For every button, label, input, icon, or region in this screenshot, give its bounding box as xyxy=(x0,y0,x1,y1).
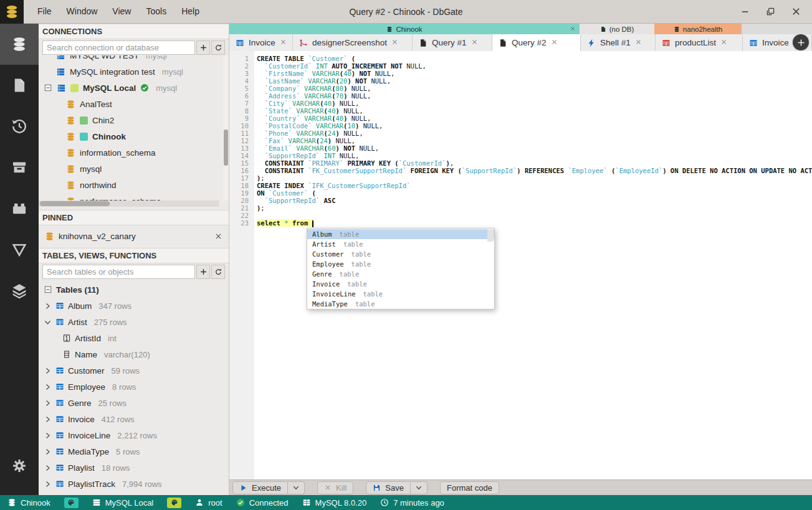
database-icon xyxy=(66,116,75,125)
close-tab-button[interactable] xyxy=(720,38,727,47)
connection-name: mysql xyxy=(80,164,102,174)
table-album[interactable]: Album347 rows xyxy=(39,298,229,314)
close-tab-button[interactable] xyxy=(280,38,287,47)
autocomplete-item-mediatype[interactable]: MediaTypetable xyxy=(307,299,494,309)
connection-analtest[interactable]: AnalTest xyxy=(39,96,229,112)
new-tab-button[interactable] xyxy=(793,34,809,50)
tab-productlist[interactable]: productList xyxy=(656,34,743,51)
tab-invoice[interactable]: Invoice xyxy=(229,34,293,51)
table-playlisttrack[interactable]: PlaylistTrack7,994 rows xyxy=(39,476,229,492)
execute-button-group: Execute xyxy=(232,481,305,494)
suggestion-name: MediaType xyxy=(312,300,348,308)
table-employee[interactable]: Employee8 rows xyxy=(39,379,229,395)
close-tab-button[interactable] xyxy=(551,38,558,47)
table-invoice[interactable]: Invoice412 rows xyxy=(39,411,229,427)
close-tab-button[interactable] xyxy=(635,38,642,47)
server-icon xyxy=(56,67,65,77)
connection-mysql[interactable]: mysql xyxy=(39,161,229,177)
connection-chin2[interactable]: Chin2 xyxy=(39,112,229,128)
tab-designerscreenshot[interactable]: designerScreenshot xyxy=(293,34,413,51)
save-dropdown-button[interactable] xyxy=(411,481,427,494)
refresh-connections-button[interactable] xyxy=(211,40,225,55)
column-type: int xyxy=(108,334,117,343)
maximize-button[interactable] xyxy=(766,7,775,16)
activity-history[interactable] xyxy=(0,106,39,147)
statusbar-version: MySQL 8.0.20 xyxy=(302,498,367,508)
autocomplete-item-customer[interactable]: Customertable xyxy=(307,249,494,259)
add-connection-button[interactable] xyxy=(196,40,210,55)
menu-window[interactable]: Window xyxy=(59,0,105,23)
refresh-objects-button[interactable] xyxy=(211,265,225,279)
autocomplete-item-invoice[interactable]: Invoicetable xyxy=(307,279,494,289)
activity-settings[interactable] xyxy=(0,445,39,486)
column-artistid[interactable]: ArtistIdint xyxy=(39,330,229,346)
database-icon xyxy=(66,148,75,158)
person-icon xyxy=(195,498,204,507)
execute-dropdown-button[interactable] xyxy=(288,481,305,494)
activity-file[interactable] xyxy=(0,65,39,106)
autocomplete-item-album[interactable]: Albumtable xyxy=(307,229,494,239)
close-button[interactable] xyxy=(791,7,801,16)
row-count: 2,212 rows xyxy=(117,431,157,440)
connections-search-input[interactable] xyxy=(42,40,195,55)
connection-northwind[interactable]: northwind xyxy=(39,177,229,193)
menu-view[interactable]: View xyxy=(105,0,138,23)
tab-shell-1[interactable]: Shell #1 xyxy=(581,34,656,51)
menu-tools[interactable]: Tools xyxy=(138,0,174,23)
close-tab-button[interactable] xyxy=(391,38,398,47)
kill-button[interactable]: Kill xyxy=(317,481,353,494)
table-customer[interactable]: Customer59 rows xyxy=(39,362,229,379)
autocomplete-item-invoiceline[interactable]: InvoiceLinetable xyxy=(307,289,494,299)
table-artist[interactable]: Artist275 rows xyxy=(39,314,229,330)
pinned-knihovna-v2-canary[interactable]: knihovna_v2_canary xyxy=(39,227,229,245)
app-logo[interactable] xyxy=(0,0,24,24)
format-code-button[interactable]: Format code xyxy=(440,481,499,494)
dbgate-app: FileWindowViewToolsHelp Query #2 - Chino… xyxy=(0,0,812,510)
autocomplete-item-genre[interactable]: Genretable xyxy=(307,269,494,279)
left-panel: CONNECTIONS MYSQL WD TESTmysqlMySQL inte… xyxy=(39,24,229,495)
close-icon xyxy=(635,39,642,45)
autocomplete-scrollbar[interactable] xyxy=(487,229,494,242)
save-button[interactable]: Save xyxy=(366,481,411,494)
connection-chinook[interactable]: Chinook xyxy=(39,128,229,144)
activity-layers[interactable] xyxy=(0,270,39,311)
minimize-button[interactable] xyxy=(740,7,750,16)
connection-information-schema[interactable]: information_schema xyxy=(39,144,229,161)
table-playlist[interactable]: Playlist18 rows xyxy=(39,460,229,476)
add-object-button[interactable] xyxy=(196,265,210,279)
autocomplete-item-artist[interactable]: Artisttable xyxy=(307,239,494,249)
execute-button[interactable]: Execute xyxy=(232,481,288,494)
connection-name: MySQL integration test xyxy=(70,67,155,77)
autocomplete-popup: AlbumtableArtisttableCustomertableEmploy… xyxy=(307,228,495,309)
row-count: 8 rows xyxy=(112,382,136,392)
column-name[interactable]: Namevarchar(120) xyxy=(39,346,229,362)
activity-plugins[interactable] xyxy=(0,188,39,229)
tab-query-1[interactable]: Query #1 xyxy=(413,34,492,51)
connections-vscrollbar xyxy=(223,55,229,201)
activity-query-designer[interactable] xyxy=(0,229,39,270)
connection-mysql-integration-test[interactable]: MySQL integration testmysql xyxy=(39,64,229,80)
activity-archive[interactable] xyxy=(0,147,39,188)
connection-mysql-local[interactable]: MySQL Localmysql xyxy=(39,80,229,96)
objects-search-input[interactable] xyxy=(42,265,195,279)
tabs-row: InvoicedesignerScreenshotQuery #1Query #… xyxy=(229,34,812,51)
close-icon xyxy=(551,39,558,45)
menu-help[interactable]: Help xyxy=(174,0,207,23)
table-icon xyxy=(55,399,64,407)
tab-query-2[interactable]: Query #2 xyxy=(492,34,581,51)
connected-check-icon xyxy=(140,83,149,92)
activity-database[interactable] xyxy=(0,24,39,65)
connection-mysql-wd-test[interactable]: MYSQL WD TESTmysql xyxy=(39,55,229,64)
tables-group[interactable]: Tables (11) xyxy=(39,281,229,298)
table-genre[interactable]: Genre25 rows xyxy=(39,395,229,411)
tab-label: Query #1 xyxy=(432,38,467,47)
scrollbar-thumb[interactable] xyxy=(40,201,110,206)
scrollbar-thumb[interactable] xyxy=(224,130,228,166)
table-invoiceline[interactable]: InvoiceLine2,212 rows xyxy=(39,427,229,443)
close-tab-button[interactable] xyxy=(471,38,478,47)
close-group-button[interactable] xyxy=(570,26,576,33)
menu-file[interactable]: File xyxy=(30,0,59,23)
autocomplete-item-employee[interactable]: Employeetable xyxy=(307,259,494,269)
table-icon xyxy=(55,318,64,326)
table-mediatype[interactable]: MediaType5 rows xyxy=(39,443,229,460)
